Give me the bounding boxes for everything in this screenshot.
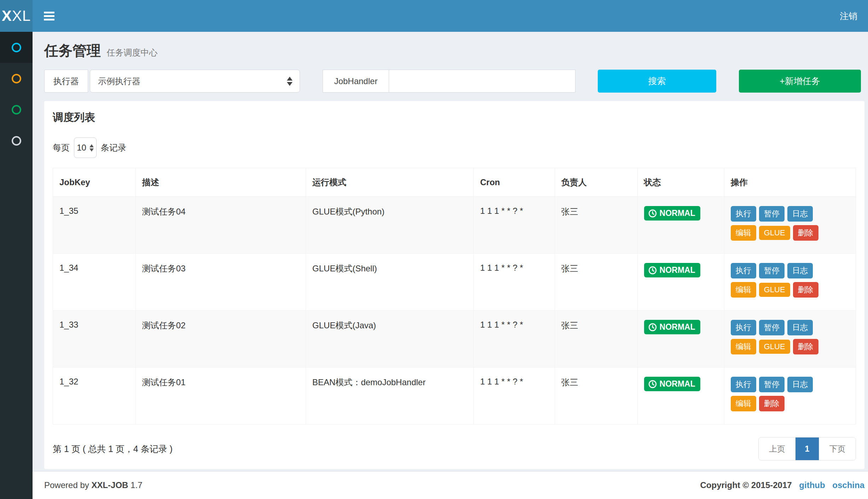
owner-cell: 张三 [555, 197, 637, 254]
action-button-blue[interactable]: 执行 [731, 263, 756, 278]
prev-page-button[interactable]: 上页 [759, 438, 795, 460]
content-header: 任务管理 任务调度中心 [44, 32, 864, 70]
page-size-control: 每页 10 条记录 [53, 137, 856, 158]
page-size-suffix: 条记录 [101, 142, 126, 153]
page-subtitle: 任务调度中心 [106, 48, 157, 57]
table-header-row: JobKey描述运行模式Cron负责人状态操作 [53, 168, 856, 197]
page-title: 任务管理 [44, 43, 101, 58]
jobkey-cell: 1_32 [53, 368, 136, 424]
copyright-area: Copyright © 2015-2017 github oschina [700, 480, 864, 490]
search-button[interactable]: 搜索 [598, 70, 716, 93]
pagination-control: 上页 1 下页 [758, 437, 856, 460]
schedule-list-panel: 调度列表 每页 10 条记录 JobKey描述运行模式Cron负责人状态操作 1… [44, 101, 864, 469]
status-cell: NORMAL [637, 197, 724, 254]
action-button-orange[interactable]: 编辑 [731, 225, 756, 241]
action-button-blue[interactable]: 暂停 [759, 377, 785, 392]
oschina-link[interactable]: oschina [832, 480, 864, 490]
copyright-text: Copyright © 2015-2017 [700, 480, 792, 490]
clock-icon [648, 380, 657, 389]
github-link[interactable]: github [799, 480, 825, 490]
action-button-blue[interactable]: 日志 [787, 377, 813, 392]
status-cell: NORMAL [637, 254, 724, 311]
action-button-red[interactable]: 删除 [793, 282, 818, 298]
powered-by-text: Powered by XXL-JOB 1.7 [44, 480, 142, 490]
pagination-row: 第 1 页 ( 总共 1 页，4 条记录 ) 上页 1 下页 [53, 437, 856, 460]
sidebar-menu-item-2[interactable] [0, 63, 33, 94]
logout-link[interactable]: 注销 [840, 10, 857, 22]
next-page-button[interactable]: 下页 [819, 438, 856, 460]
actions-cell: 执行暂停日志编辑GLUE删除 [724, 254, 856, 311]
action-button-blue[interactable]: 执行 [731, 320, 756, 335]
hamburger-menu-icon[interactable] [44, 10, 54, 22]
actions-cell: 执行暂停日志编辑GLUE删除 [724, 311, 856, 368]
status-cell: NORMAL [637, 368, 724, 424]
page-size-prefix: 每页 [53, 142, 70, 153]
jobhandler-label: JobHandler [323, 70, 389, 93]
actions-cell: 执行暂停日志编辑GLUE删除 [724, 197, 856, 254]
sidebar-menu-item-4[interactable] [0, 125, 33, 156]
action-button-blue[interactable]: 日志 [787, 320, 813, 335]
action-button-blue[interactable]: 日志 [787, 263, 813, 278]
run-mode-cell: GLUE模式(Python) [306, 197, 474, 254]
footer: Powered by XXL-JOB 1.7 Copyright © 2015-… [33, 471, 868, 499]
status-badge: NORMAL [644, 263, 701, 277]
page-size-select[interactable]: 10 [74, 137, 97, 158]
action-button-blue[interactable]: 暂停 [759, 320, 785, 335]
description-cell: 测试任务02 [135, 311, 306, 368]
action-button-blue[interactable]: 执行 [731, 206, 756, 222]
table-row: 1_33测试任务02GLUE模式(Java)1 1 1 * * ? *张三NOR… [53, 311, 856, 368]
jobhandler-input[interactable] [389, 70, 575, 93]
description-cell: 测试任务04 [135, 197, 306, 254]
current-page-button[interactable]: 1 [795, 438, 819, 460]
column-header: 运行模式 [306, 168, 474, 197]
app-window: XXL 注销 任务管理 任务调度中心 执行器 示例执行器 JobHandler [0, 0, 868, 499]
action-button-orange[interactable]: 编辑 [731, 282, 756, 298]
top-navbar: XXL 注销 [0, 0, 868, 32]
executor-selected-value: 示例执行器 [98, 76, 140, 87]
cron-cell: 1 1 1 * * ? * [474, 254, 555, 311]
executor-select[interactable]: 示例执行器 [90, 70, 300, 93]
circle-o-icon [12, 74, 21, 83]
action-button-blue[interactable]: 暂停 [759, 206, 785, 222]
add-job-button[interactable]: +新增任务 [739, 70, 861, 93]
table-row: 1_35测试任务04GLUE模式(Python)1 1 1 * * ? *张三N… [53, 197, 856, 254]
action-button-blue[interactable]: 暂停 [759, 263, 785, 278]
action-button-red[interactable]: 删除 [793, 225, 818, 241]
description-cell: 测试任务01 [135, 368, 306, 424]
column-header: Cron [474, 168, 555, 197]
table-row: 1_32测试任务01BEAN模式：demoJobHandler1 1 1 * *… [53, 368, 856, 424]
cron-cell: 1 1 1 * * ? * [474, 311, 555, 368]
pagination-info: 第 1 页 ( 总共 1 页，4 条记录 ) [53, 443, 173, 455]
action-button-orange[interactable]: GLUE [759, 283, 790, 297]
sidebar-menu-item-3[interactable] [0, 94, 33, 125]
action-button-blue[interactable]: 日志 [787, 206, 813, 222]
description-cell: 测试任务03 [135, 254, 306, 311]
action-button-red[interactable]: 删除 [793, 339, 818, 354]
cron-cell: 1 1 1 * * ? * [474, 368, 555, 424]
action-button-orange[interactable]: 编辑 [731, 396, 756, 411]
status-badge: NORMAL [644, 377, 701, 391]
owner-cell: 张三 [555, 254, 637, 311]
clock-icon [648, 209, 657, 218]
sidebar [0, 32, 33, 499]
action-button-red[interactable]: 删除 [759, 396, 785, 411]
action-button-orange[interactable]: GLUE [759, 340, 790, 354]
status-badge: NORMAL [644, 206, 701, 221]
cron-cell: 1 1 1 * * ? * [474, 197, 555, 254]
product-version: 1.7 [131, 480, 142, 490]
clock-icon [648, 266, 657, 275]
action-button-blue[interactable]: 执行 [731, 377, 756, 392]
column-header: 描述 [135, 168, 306, 197]
action-button-orange[interactable]: 编辑 [731, 339, 756, 354]
run-mode-cell: GLUE模式(Java) [306, 311, 474, 368]
column-header: 状态 [637, 168, 724, 197]
select-arrows-icon [287, 77, 293, 86]
owner-cell: 张三 [555, 311, 637, 368]
app-logo[interactable]: XXL [0, 0, 33, 32]
owner-cell: 张三 [555, 368, 637, 424]
table-row: 1_34测试任务03GLUE模式(Shell)1 1 1 * * ? *张三NO… [53, 254, 856, 311]
jobkey-cell: 1_34 [53, 254, 136, 311]
action-button-orange[interactable]: GLUE [759, 226, 790, 240]
logo-text-light: XL [12, 7, 31, 24]
sidebar-menu-item-1[interactable] [0, 32, 33, 63]
